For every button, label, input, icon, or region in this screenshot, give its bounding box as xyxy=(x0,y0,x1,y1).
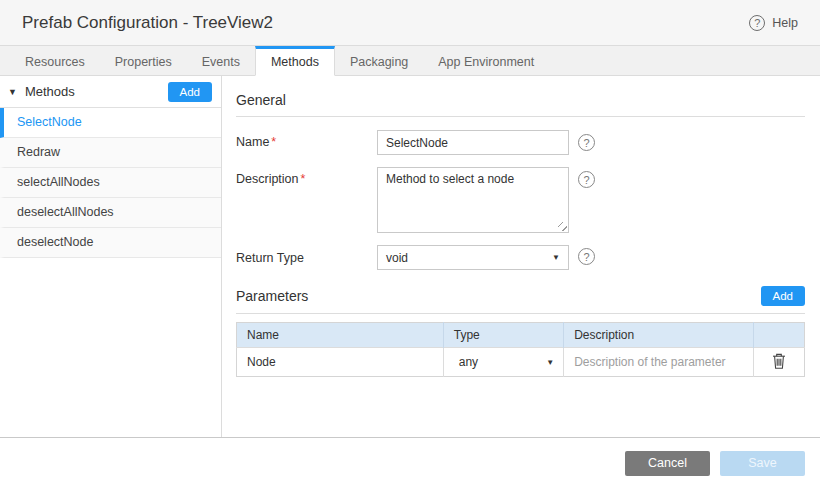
name-input[interactable] xyxy=(377,130,569,155)
column-header-actions xyxy=(753,323,804,348)
methods-sidebar: ▼ Methods Add SelectNode Redraw selectAl… xyxy=(0,76,222,437)
tab-properties[interactable]: Properties xyxy=(100,46,187,76)
column-header-description: Description xyxy=(564,323,754,348)
description-textarea[interactable]: Method to select a node xyxy=(377,167,569,233)
description-label: Description* xyxy=(236,167,377,186)
dropdown-arrow-icon: ▼ xyxy=(546,358,554,367)
help-link[interactable]: ? Help xyxy=(749,15,798,31)
delete-parameter-button[interactable] xyxy=(767,350,791,375)
parameter-type-value: any xyxy=(459,355,478,369)
prefab-configuration-dialog: Prefab Configuration - TreeView2 ? Help … xyxy=(0,0,820,488)
tab-bar-spacer xyxy=(0,46,10,76)
dropdown-arrow-icon: ▼ xyxy=(552,253,560,262)
add-parameter-button[interactable]: Add xyxy=(761,286,805,306)
add-method-button[interactable]: Add xyxy=(168,82,212,102)
column-header-type: Type xyxy=(443,323,563,348)
tab-events[interactable]: Events xyxy=(187,46,255,76)
title-bar: Prefab Configuration - TreeView2 ? Help xyxy=(0,0,820,45)
sidebar-item-redraw[interactable]: Redraw xyxy=(0,138,221,168)
tab-app-environment[interactable]: App Environment xyxy=(423,46,549,76)
sidebar-item-selectallnodes[interactable]: selectAllNodes xyxy=(0,168,221,198)
description-help-icon[interactable]: ? xyxy=(578,171,595,188)
column-header-name: Name xyxy=(237,323,444,348)
name-help-icon[interactable]: ? xyxy=(578,134,595,151)
parameters-header-row: Name Type Description xyxy=(237,323,805,348)
name-form-row: Name* ? xyxy=(236,130,805,155)
parameter-name-input[interactable] xyxy=(237,348,443,376)
description-textarea-wrap: Method to select a node xyxy=(377,167,569,233)
return-type-select[interactable]: void ▼ xyxy=(377,245,569,270)
name-label: Name* xyxy=(236,130,377,149)
parameter-row: any ▼ xyxy=(237,348,805,377)
dialog-footer: Cancel Save xyxy=(0,437,820,488)
required-marker: * xyxy=(271,135,276,149)
sidebar-item-deselectallnodes[interactable]: deselectAllNodes xyxy=(0,198,221,228)
page-title: Prefab Configuration - TreeView2 xyxy=(22,13,273,33)
return-type-help-icon[interactable]: ? xyxy=(578,248,595,265)
sidebar-section-label: Methods xyxy=(25,84,75,99)
tab-bar-filler xyxy=(549,46,820,76)
sidebar-item-deselectnode[interactable]: deselectNode xyxy=(0,228,221,258)
return-type-value: void xyxy=(386,251,408,265)
trash-icon xyxy=(771,352,787,370)
dialog-body: ▼ Methods Add SelectNode Redraw selectAl… xyxy=(0,76,820,437)
save-button[interactable]: Save xyxy=(720,451,805,476)
general-section-heading: General xyxy=(236,86,805,117)
method-detail-panel: General Name* ? Description* Method to s… xyxy=(222,76,820,437)
parameter-description-input[interactable] xyxy=(564,348,753,376)
sidebar-item-selectnode[interactable]: SelectNode xyxy=(0,108,221,138)
sidebar-section-header: ▼ Methods Add xyxy=(0,76,221,108)
parameters-table: Name Type Description any xyxy=(236,322,805,377)
required-marker: * xyxy=(301,172,306,186)
help-icon: ? xyxy=(749,15,765,31)
parameter-type-select[interactable]: any ▼ xyxy=(444,348,563,376)
tab-resources[interactable]: Resources xyxy=(10,46,100,76)
tab-methods[interactable]: Methods xyxy=(255,46,335,76)
description-form-row: Description* Method to select a node ? xyxy=(236,167,805,233)
help-label: Help xyxy=(772,16,798,30)
cancel-button[interactable]: Cancel xyxy=(625,451,710,476)
collapse-caret-icon[interactable]: ▼ xyxy=(8,87,17,97)
return-type-label: Return Type xyxy=(236,245,377,265)
parameters-section-header: Parameters Add xyxy=(236,284,805,314)
return-type-form-row: Return Type void ▼ ? xyxy=(236,245,805,270)
parameters-heading: Parameters xyxy=(236,288,308,304)
tab-packaging[interactable]: Packaging xyxy=(335,46,423,76)
tab-bar: Resources Properties Events Methods Pack… xyxy=(0,45,820,76)
